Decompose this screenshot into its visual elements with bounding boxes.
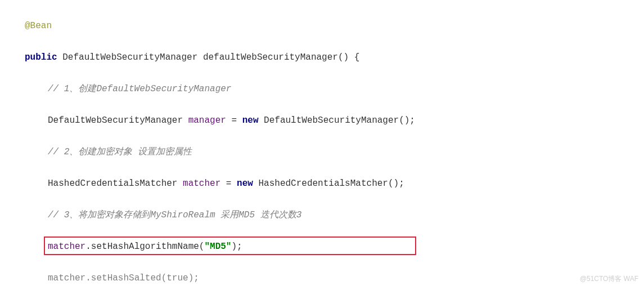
comment-2: // 2、创建加密对象 设置加密属性	[48, 147, 192, 157]
return-type: DefaultWebSecurityManager	[62, 52, 197, 63]
type-dwsm: DefaultWebSecurityManager	[48, 115, 183, 126]
keyword-new: new	[242, 115, 259, 126]
var-matcher: matcher	[183, 179, 220, 189]
comment-1: // 1、创建DefaultWebSecurityManager	[48, 84, 231, 94]
bool-true: true	[166, 273, 188, 283]
ctor-dwsm: DefaultWebSecurityManager();	[259, 115, 415, 126]
call-sethashsalted: .setHashSalted(	[85, 273, 166, 283]
var-manager: manager	[188, 115, 226, 126]
keyword-public: public	[25, 52, 57, 63]
annotation-bean: @Bean	[25, 21, 52, 31]
method-paren: () {	[338, 52, 359, 63]
keyword-new: new	[237, 179, 253, 189]
var-matcher: matcher	[48, 242, 85, 252]
type-hcm: HashedCredentialsMatcher	[48, 179, 177, 189]
ctor-hcm: HashedCredentialsMatcher();	[253, 179, 404, 189]
string-md5: "MD5"	[204, 242, 231, 252]
var-matcher: matcher	[48, 273, 85, 283]
call-sethashalg: .setHashAlgorithmName(	[85, 242, 204, 252]
watermark: @51CTO博客 WAF	[580, 271, 638, 287]
method-name: defaultWebSecurityManager	[203, 52, 338, 63]
code-block: @Bean public DefaultWebSecurityManager d…	[0, 2, 644, 290]
comment-3: // 3、将加密对象存储到MyShiroRealm 采用MD5 迭代次数3	[48, 210, 301, 220]
